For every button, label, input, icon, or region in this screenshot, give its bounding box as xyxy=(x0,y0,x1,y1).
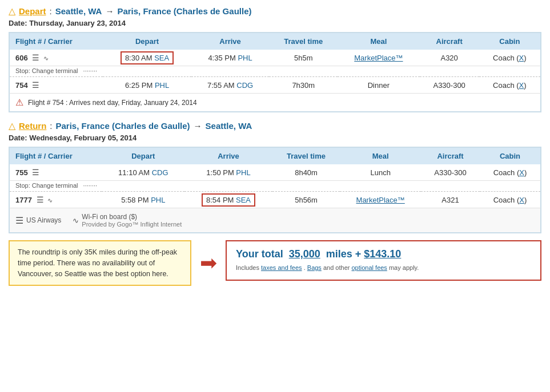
depart-time-r2: 5:58 PM PHL xyxy=(102,192,184,208)
depart-origin: Seattle, WA xyxy=(55,6,102,16)
return-arrow: → xyxy=(194,121,202,131)
return-date-line: Date: Wednesday, February 05, 2014 xyxy=(9,134,541,142)
col-depart-r: Depart xyxy=(102,148,184,165)
return-icon: △ xyxy=(9,120,15,131)
return-label: Return xyxy=(19,121,46,131)
wifi-icon: ∿ xyxy=(43,55,49,62)
col-travel-time: Travel time xyxy=(269,33,338,50)
stop-text: Stop: Change terminal ········ xyxy=(10,66,541,77)
aircraft-r1: A330-300 xyxy=(421,164,480,181)
arrow-right-icon: ➡ xyxy=(200,251,217,275)
optional-fees-link[interactable]: optional fees xyxy=(351,264,387,271)
taxes-fees-link[interactable]: taxes and fees xyxy=(261,264,302,271)
depart-header: △ Depart: Seattle, WA → Paris, France (C… xyxy=(9,6,541,17)
col-aircraft-r: Aircraft xyxy=(421,148,480,165)
aircraft-r2: A321 xyxy=(421,192,480,208)
col-meal: Meal xyxy=(338,33,419,50)
travel-time-r2: 5h56m xyxy=(272,192,340,208)
depart-notice: ⚠ Flight # 754 : Arrives next day, Frida… xyxy=(9,94,541,112)
return-origin: Paris, France (Charles de Gaulle) xyxy=(56,121,190,131)
total-box: Your total 35,000 miles + $143.10 Includ… xyxy=(226,240,541,281)
depart-destination: Paris, France (Charles de Gaulle) xyxy=(117,6,251,16)
total-line: Your total 35,000 miles + $143.10 xyxy=(236,248,531,260)
arrive-time-2: 7:55 AM CDG xyxy=(191,77,270,94)
col-cabin: Cabin xyxy=(479,33,541,50)
arrive-time-r1: 1:50 PM PHL xyxy=(184,164,272,181)
return-flight-table: Flight # / Carrier Depart Arrive Travel … xyxy=(9,147,541,208)
return-table-wrapper: Flight # / Carrier Depart Arrive Travel … xyxy=(9,147,541,233)
table-row: 754 ☰ 6:25 PM PHL 7:55 AM CDG 7h30m Dinn… xyxy=(10,77,541,94)
note-box: The roundtrip is only 35K miles during t… xyxy=(9,240,191,286)
bags-link[interactable]: Bags xyxy=(307,264,322,271)
col-depart: Depart xyxy=(103,33,191,50)
arrive-time-1: 4:35 PM PHL xyxy=(191,50,270,66)
col-arrive: Arrive xyxy=(191,33,270,50)
col-meal-r: Meal xyxy=(340,148,421,165)
total-subtext: Includes taxes and fees . Bags and other… xyxy=(236,263,531,273)
col-aircraft: Aircraft xyxy=(420,33,479,50)
cabin-2: Coach (X) xyxy=(479,77,541,94)
bars-icon-r2: ☰ xyxy=(37,195,44,204)
return-destination: Seattle, WA xyxy=(206,121,252,131)
meal-2: Dinner xyxy=(338,77,419,94)
flight-num-carrier-r1: 755 ☰ xyxy=(10,164,102,181)
bars-icon: ☰ xyxy=(32,53,39,62)
flight-num-carrier-2: 754 ☰ xyxy=(10,77,103,94)
carrier-legend: ☰ US Airways xyxy=(15,215,61,226)
arrive-time-r2: 8:54 PM SEA xyxy=(184,192,272,208)
stop-row: Stop: Change terminal ········ xyxy=(10,66,541,77)
wifi-legend: ∿ Wi-Fi on board ($) Provided by Gogo™ I… xyxy=(73,213,182,228)
table-row: 606 ☰ ∿ 8:30 AM SEA 4:35 PM PHL 5h5m Mar… xyxy=(10,50,541,66)
stop-row-r: Stop: Change terminal ········ xyxy=(10,181,541,192)
aircraft-1: A320 xyxy=(420,50,479,66)
return-header: △ Return: Paris, France (Charles de Gaul… xyxy=(9,120,541,131)
depart-table-header-row: Flight # / Carrier Depart Arrive Travel … xyxy=(10,33,541,50)
col-travel-time-r: Travel time xyxy=(272,148,340,165)
cabin-r2: Coach (X) xyxy=(480,192,541,208)
bars-icon-2: ☰ xyxy=(32,80,39,90)
depart-table-wrapper: Flight # / Carrier Depart Arrive Travel … xyxy=(9,32,541,112)
aircraft-2: A330-300 xyxy=(420,77,479,94)
table-row: 1777 ☰ ∿ 5:58 PM PHL 8:54 PM SEA 5h56m M… xyxy=(10,192,541,208)
col-flight-carrier: Flight # / Carrier xyxy=(10,33,103,50)
depart-flight-table: Flight # / Carrier Depart Arrive Travel … xyxy=(9,33,541,94)
depart-icon: △ xyxy=(9,6,15,17)
bars-legend-icon: ☰ xyxy=(15,215,23,226)
warning-icon: ⚠ xyxy=(15,97,23,108)
meal-r1: Lunch xyxy=(340,164,421,181)
travel-time-2: 7h30m xyxy=(269,77,338,94)
travel-time-1: 5h5m xyxy=(269,50,338,66)
table-row: 755 ☰ 11:10 AM CDG 1:50 PM PHL 8h40m Lun… xyxy=(10,164,541,181)
meal-r2[interactable]: MarketPlace™ xyxy=(340,192,421,208)
meal-1[interactable]: MarketPlace™ xyxy=(338,50,419,66)
return-table-header-row: Flight # / Carrier Depart Arrive Travel … xyxy=(10,148,541,165)
legend-row: ☰ US Airways ∿ Wi-Fi on board ($) Provid… xyxy=(9,208,541,233)
col-flight-carrier-r: Flight # / Carrier xyxy=(10,148,102,165)
bars-icon-r1: ☰ xyxy=(32,168,39,177)
depart-label: Depart xyxy=(19,6,46,16)
cabin-r1: Coach (X) xyxy=(480,164,541,181)
depart-time-r1: 11:10 AM CDG xyxy=(102,164,184,181)
wifi-legend-icon: ∿ xyxy=(73,216,79,225)
cabin-1: Coach (X) xyxy=(479,50,541,66)
wifi-icon-r2: ∿ xyxy=(47,197,53,204)
col-arrive-r: Arrive xyxy=(184,148,272,165)
main-container: △ Depart: Seattle, WA → Paris, France (C… xyxy=(0,0,550,292)
col-cabin-r: Cabin xyxy=(480,148,541,165)
flight-num-carrier-r2: 1777 ☰ ∿ xyxy=(10,192,102,208)
depart-time-1: 8:30 AM SEA xyxy=(103,50,191,66)
depart-date-line: Date: Thursday, January 23, 2014 xyxy=(9,19,541,27)
bottom-section: The roundtrip is only 35K miles during t… xyxy=(9,240,541,286)
flight-num-carrier: 606 ☰ ∿ xyxy=(10,50,103,66)
depart-arrow: → xyxy=(105,6,114,16)
stop-text-r: Stop: Change terminal ········ xyxy=(10,181,541,192)
travel-time-r1: 8h40m xyxy=(272,164,340,181)
depart-time-2: 6:25 PM PHL xyxy=(103,77,191,94)
